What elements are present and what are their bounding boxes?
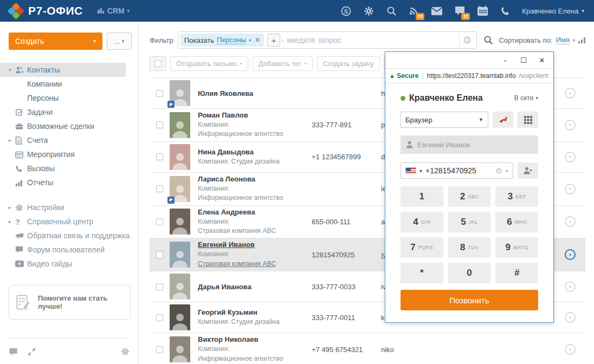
send-mail-button[interactable]: Отправить письмо▾ xyxy=(170,56,248,71)
row-actions-button[interactable]: ▾ xyxy=(565,216,576,227)
row-actions-button[interactable]: ▾ xyxy=(565,312,576,323)
row-checkbox[interactable] xyxy=(156,153,163,160)
row-checkbox[interactable] xyxy=(156,121,163,128)
minimize-button[interactable]: – xyxy=(497,54,513,67)
dial-key-3[interactable]: 3DEF xyxy=(495,186,538,207)
chip-value[interactable]: Персоны xyxy=(217,36,246,44)
calendar-icon[interactable] xyxy=(473,3,492,19)
hangup-button[interactable] xyxy=(493,112,513,128)
contact-phone[interactable]: +7 495 6754321 xyxy=(312,346,381,354)
expand-icon[interactable] xyxy=(28,348,36,356)
create-task-button[interactable]: Создать задачу xyxy=(317,56,380,71)
sidebar-settings-icon[interactable] xyxy=(121,347,130,356)
contact-phone[interactable]: 655-000-111 xyxy=(312,218,381,226)
expand-icon[interactable]: ▸ xyxy=(9,219,15,224)
sidebar-item-deals[interactable]: Возможные сделки xyxy=(0,119,138,133)
select-all-checkbox[interactable] xyxy=(150,56,166,71)
expand-icon[interactable]: ▸ xyxy=(9,205,15,210)
collapse-icon[interactable]: ▾ xyxy=(9,67,15,73)
add-tag-button[interactable]: Добавить тег▾ xyxy=(253,56,313,71)
phone-number-input[interactable]: ▾ +12815470925 ▾ xyxy=(401,162,513,179)
dial-key-7[interactable]: 7PQRS xyxy=(401,237,443,258)
row-checkbox[interactable] xyxy=(156,346,163,353)
dial-key-5[interactable]: 5JKL xyxy=(448,212,491,232)
dial-key-*[interactable]: * xyxy=(401,263,443,283)
contact-phone[interactable]: 12815470925 xyxy=(312,251,381,259)
payments-icon[interactable]: S xyxy=(337,3,355,19)
chevron-down-icon[interactable]: ▾ xyxy=(419,168,422,174)
add-filter-button[interactable]: + xyxy=(267,34,280,47)
sidebar-item-help[interactable]: ▸?Справочный центр xyxy=(0,214,138,229)
row-actions-button[interactable]: ▾ xyxy=(565,249,576,260)
country-flag-us-icon[interactable] xyxy=(405,167,416,174)
dial-key-4[interactable]: 4GHI xyxy=(401,212,443,232)
dial-key-2[interactable]: 2ABC xyxy=(448,186,491,207)
contact-name[interactable]: Георгий Кузьмин xyxy=(198,308,312,316)
app-logo[interactable]: Р7-ОФИС xyxy=(8,3,83,19)
sidebar-item-events[interactable]: Мероприятия xyxy=(0,147,138,161)
keypad-toggle-button[interactable] xyxy=(518,112,538,128)
search-placeholder[interactable]: введите запрос xyxy=(287,36,460,44)
contact-phone[interactable]: 333-777-0033 xyxy=(312,283,381,291)
support-chat-icon[interactable] xyxy=(9,348,18,356)
phone-icon[interactable] xyxy=(496,3,514,19)
sort-control[interactable]: Сортировать по: Имя ▾ xyxy=(499,36,585,44)
row-actions-button[interactable]: ▾ xyxy=(565,281,576,292)
voip-calls-icon[interactable]: 20 xyxy=(405,3,423,19)
talk-icon[interactable]: 32 xyxy=(450,3,469,19)
close-button[interactable]: ✕ xyxy=(534,54,550,67)
window-titlebar[interactable]: – ☐ ✕ xyxy=(385,52,553,68)
device-select[interactable]: Браузер ▼ xyxy=(401,112,488,128)
sidebar-item-tasks[interactable]: Задачи xyxy=(0,105,138,119)
dial-key-9[interactable]: 9WXYZ xyxy=(495,237,538,258)
contact-name[interactable]: Нина Давыдова xyxy=(198,148,312,156)
filter-input[interactable]: Показать Персоны ▾ ✕ + › введите запрос xyxy=(178,31,477,49)
user-menu[interactable]: Кравченко Елена ▾ xyxy=(522,7,584,15)
contact-name[interactable]: Виктор Николаев xyxy=(198,335,312,343)
more-actions-button[interactable]: ... ▾ xyxy=(107,32,132,50)
sort-direction-icon[interactable] xyxy=(578,37,585,43)
row-checkbox[interactable] xyxy=(156,314,163,321)
row-actions-button[interactable]: ▾ xyxy=(565,344,576,355)
row-actions-button[interactable]: ▾ xyxy=(565,120,576,131)
clear-number-icon[interactable] xyxy=(495,167,502,174)
contact-name[interactable]: Лариса Леонова xyxy=(198,175,312,183)
contact-name[interactable]: Евгений Иванов xyxy=(198,240,312,249)
mail-icon[interactable] xyxy=(428,3,446,19)
contact-email[interactable]: niko xyxy=(381,346,446,354)
contact-name[interactable]: Юлия Яковлева xyxy=(198,89,312,98)
row-actions-button[interactable]: ▾ xyxy=(565,184,576,194)
address-bar[interactable]: Secure | https://test220317.teamlab.info… xyxy=(385,68,553,83)
row-checkbox[interactable] xyxy=(156,218,163,225)
sidebar-item-персоны[interactable]: Персоны xyxy=(0,91,138,105)
callee-field[interactable]: Евгений Иванов xyxy=(401,135,538,154)
module-switcher[interactable]: CRM ▾ xyxy=(97,6,130,15)
dial-key-6[interactable]: 6MNO xyxy=(495,212,538,232)
chevron-down-icon[interactable]: ▾ xyxy=(506,168,508,174)
expand-icon[interactable]: ▸ xyxy=(9,138,15,143)
settings-gear-icon[interactable] xyxy=(359,3,378,19)
call-button[interactable]: Позвонить xyxy=(401,290,538,310)
sidebar-item-contacts[interactable]: ▾Контакты xyxy=(0,63,126,77)
search-icon[interactable] xyxy=(382,3,401,19)
contact-name[interactable]: Дарья Иванова xyxy=(198,283,312,291)
phone-number-value[interactable]: +12815470925 xyxy=(425,166,492,175)
row-checkbox[interactable] xyxy=(156,185,163,192)
contact-phone[interactable]: +1 1234567899 xyxy=(312,153,381,161)
filter-chip[interactable]: Показать Персоны ▾ ✕ xyxy=(180,34,264,47)
feedback-survey-box[interactable]: Помогите нам стать лучше! xyxy=(9,285,131,320)
sidebar-item-feedback[interactable]: Обратная связь и поддержка xyxy=(0,229,138,243)
contact-phone[interactable]: 333-777-891 xyxy=(312,121,381,129)
chip-remove-icon[interactable]: ✕ xyxy=(255,36,260,44)
sidebar-item-reports[interactable]: Отчеты xyxy=(0,176,138,190)
row-checkbox[interactable] xyxy=(156,90,163,97)
sidebar-item-video[interactable]: Видео гайды xyxy=(0,257,138,271)
sidebar-item-компании[interactable]: Компании xyxy=(0,77,138,91)
create-button[interactable]: Создать ▾ xyxy=(9,32,102,50)
sidebar-item-calls[interactable]: Вызовы xyxy=(0,161,138,176)
add-contact-button[interactable] xyxy=(518,162,538,179)
dial-key-1[interactable]: 1 xyxy=(401,186,443,207)
sidebar-item-settings[interactable]: ▸Настройки xyxy=(0,200,138,214)
row-actions-button[interactable]: ▾ xyxy=(565,88,576,99)
contact-row[interactable]: Виктор НиколаевКомпания:Информационное а… xyxy=(150,333,585,364)
